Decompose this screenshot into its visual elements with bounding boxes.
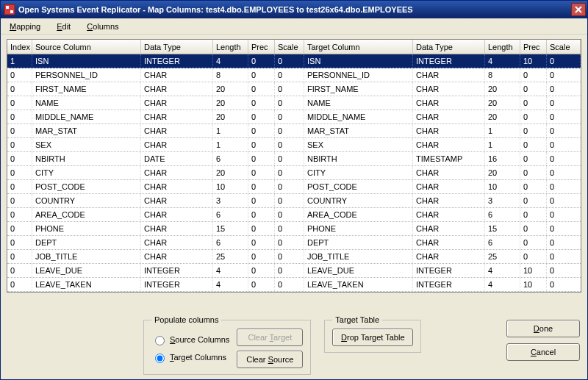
table-row[interactable]: 0CITYCHAR2000CITYCHAR2000 — [7, 166, 581, 180]
cell-tlen: 1 — [485, 124, 520, 137]
table-row[interactable]: 1ISNINTEGER400ISNINTEGER4100 — [7, 54, 581, 68]
grid-header-target-prec[interactable]: Prec — [520, 40, 547, 54]
table-row[interactable]: 0NBIRTHDATE600NBIRTHTIMESTAMP1600 — [7, 152, 581, 166]
cell-tprec: 0 — [520, 138, 547, 151]
cell-ttype: CHAR — [413, 250, 485, 263]
table-row[interactable]: 0FIRST_NAMECHAR2000FIRST_NAMECHAR2000 — [7, 82, 581, 96]
menu-edit[interactable]: Edit — [54, 21, 74, 32]
table-row[interactable]: 0JOB_TITLECHAR2500JOB_TITLECHAR2500 — [7, 250, 581, 264]
done-button[interactable]: Done — [506, 320, 580, 337]
cell-sscale: 0 — [275, 110, 304, 123]
cancel-button[interactable]: Cancel — [506, 343, 580, 361]
cell-tlen: 3 — [485, 194, 520, 207]
grid-header-target-length[interactable]: Length — [485, 40, 520, 54]
cell-stype: CHAR — [141, 180, 213, 193]
table-row[interactable]: 0LEAVE_DUEINTEGER400LEAVE_DUEINTEGER4100 — [7, 264, 581, 278]
table-row[interactable]: 0MIDDLE_NAMECHAR2000MIDDLE_NAMECHAR2000 — [7, 110, 581, 124]
grid-header-target-scale[interactable]: Scale — [547, 40, 581, 54]
cell-tcol: NBIRTH — [304, 152, 413, 165]
radio-target-columns-label[interactable]: Target Columns — [151, 351, 229, 363]
cell-tprec: 0 — [520, 124, 547, 137]
cell-tscale: 0 — [547, 54, 581, 68]
menu-mapping[interactable]: Mapping — [7, 21, 43, 32]
table-row[interactable]: 0PERSONNEL_IDCHAR800PERSONNEL_IDCHAR800 — [7, 68, 581, 82]
table-row[interactable]: 0COUNTRYCHAR300COUNTRYCHAR300 — [7, 194, 581, 208]
table-row[interactable]: 0SEXCHAR100SEXCHAR100 — [7, 138, 581, 152]
cell-scol: LEAVE_TAKEN — [32, 278, 141, 291]
cell-sprec: 0 — [248, 54, 275, 68]
cell-ttype: INTEGER — [413, 54, 485, 68]
cell-index: 0 — [7, 152, 32, 165]
cell-sscale: 0 — [275, 124, 304, 137]
target-table-legend: Target Table — [332, 315, 382, 324]
cell-ttype: INTEGER — [413, 264, 485, 277]
cell-stype: INTEGER — [141, 54, 213, 68]
cell-tcol: JOB_TITLE — [304, 250, 413, 263]
grid-header-source-length[interactable]: Length — [213, 40, 248, 54]
grid-header-source-type[interactable]: Data Type — [141, 40, 213, 54]
cell-sprec: 0 — [248, 166, 275, 179]
cell-slen: 6 — [213, 208, 248, 221]
cell-tlen: 4 — [485, 278, 520, 291]
cell-index: 0 — [7, 208, 32, 221]
radio-source-columns[interactable] — [155, 336, 165, 345]
cell-scol: MAR_STAT — [32, 124, 141, 137]
cell-index: 0 — [7, 194, 32, 207]
menu-columns[interactable]: Columns — [84, 21, 121, 32]
cell-tprec: 0 — [520, 82, 547, 96]
svg-rect-1 — [6, 6, 9, 9]
radio-target-columns[interactable] — [155, 354, 165, 363]
drop-target-table-button[interactable]: Drop Target Table — [332, 329, 413, 346]
cell-index: 0 — [7, 68, 32, 82]
radio-source-columns-text: Source Columns — [170, 335, 229, 344]
cell-tprec: 0 — [520, 250, 547, 263]
cell-sprec: 0 — [248, 68, 275, 82]
cell-tscale: 0 — [547, 82, 581, 96]
cell-sscale: 0 — [275, 278, 304, 291]
cell-scol: SEX — [32, 138, 141, 151]
cell-ttype: CHAR — [413, 68, 485, 82]
table-row[interactable]: 0LEAVE_TAKENINTEGER400LEAVE_TAKENINTEGER… — [7, 278, 581, 292]
table-row[interactable]: 0AREA_CODECHAR600AREA_CODECHAR600 — [7, 208, 581, 222]
populate-columns-legend: Populate columns — [151, 315, 221, 324]
cell-tlen: 8 — [485, 68, 520, 82]
table-row[interactable]: 0DEPTCHAR600DEPTCHAR600 — [7, 236, 581, 250]
cell-scol: JOB_TITLE — [32, 250, 141, 263]
cell-tlen: 20 — [485, 110, 520, 123]
cell-tscale: 0 — [547, 264, 581, 277]
cell-tlen: 10 — [485, 180, 520, 193]
cell-tprec: 0 — [520, 236, 547, 249]
cell-ttype: CHAR — [413, 180, 485, 193]
cell-tcol: LEAVE_TAKEN — [304, 278, 413, 291]
table-row[interactable]: 0NAMECHAR2000NAMECHAR2000 — [7, 96, 581, 110]
window-title: Open Systems Event Replicator - Map Colu… — [18, 5, 571, 14]
grid-header-source-scale[interactable]: Scale — [275, 40, 304, 54]
table-row[interactable]: 0POST_CODECHAR1000POST_CODECHAR1000 — [7, 180, 581, 194]
cell-sprec: 0 — [248, 96, 275, 110]
table-row[interactable]: 0MAR_STATCHAR100MAR_STATCHAR100 — [7, 124, 581, 138]
svg-rect-2 — [10, 10, 13, 13]
grid-header-target-type[interactable]: Data Type — [413, 40, 485, 54]
grid-header-index[interactable]: Index — [7, 40, 32, 54]
grid-header-target-col[interactable]: Target Column — [304, 40, 413, 54]
radio-source-columns-label[interactable]: Source Columns — [151, 334, 229, 345]
cell-sscale: 0 — [275, 264, 304, 277]
cell-sscale: 0 — [275, 68, 304, 82]
cell-scol: LEAVE_DUE — [32, 264, 141, 277]
cell-tcol: ISN — [304, 54, 413, 68]
cell-slen: 1 — [213, 124, 248, 137]
cell-sprec: 0 — [248, 194, 275, 207]
cell-scol: PERSONNEL_ID — [32, 68, 141, 82]
cell-slen: 4 — [213, 54, 248, 68]
clear-target-button[interactable]: Clear Target — [237, 329, 303, 346]
grid-header-source-col[interactable]: Source Column — [32, 40, 141, 54]
cell-stype: CHAR — [141, 110, 213, 123]
close-button[interactable] — [571, 3, 586, 16]
clear-source-button[interactable]: Clear Source — [237, 351, 303, 368]
grid-header-source-prec[interactable]: Prec — [248, 40, 275, 54]
column-mapping-grid[interactable]: Index Source Column Data Type Length Pre… — [7, 39, 581, 293]
cell-tlen: 1 — [485, 138, 520, 151]
table-row[interactable]: 0PHONECHAR1500PHONECHAR1500 — [7, 222, 581, 236]
cell-tprec: 10 — [520, 264, 547, 277]
cell-sscale: 0 — [275, 138, 304, 151]
